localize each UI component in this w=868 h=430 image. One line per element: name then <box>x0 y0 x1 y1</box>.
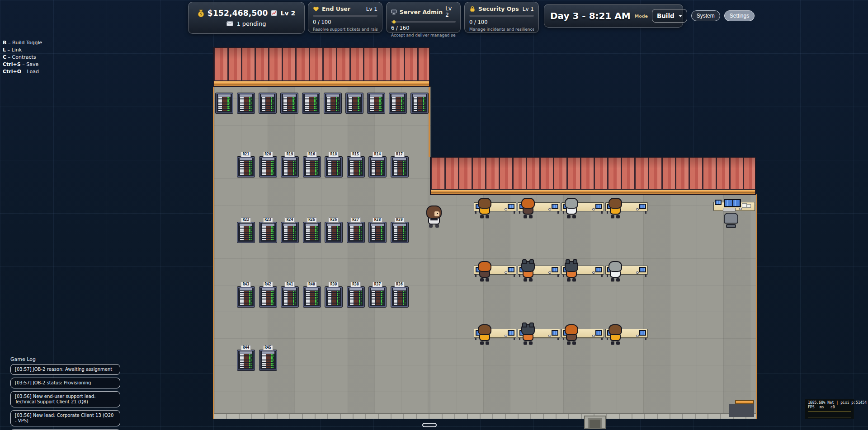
rack-label: R39 <box>329 282 339 287</box>
monitor-icon <box>595 204 602 209</box>
shortcut-key: Ctrl+S <box>3 61 21 67</box>
monitor-icon <box>715 200 722 205</box>
doorway-mat <box>735 400 754 404</box>
server-rack[interactable] <box>259 93 276 113</box>
building-floor-right[interactable] <box>430 194 757 419</box>
server-rack[interactable] <box>411 93 428 113</box>
building-roof-left <box>213 47 430 87</box>
server-rack[interactable]: R14 <box>369 157 386 177</box>
server-rack[interactable]: R29 <box>391 222 408 243</box>
worker[interactable] <box>564 324 579 346</box>
server-rack[interactable] <box>302 93 320 113</box>
server-rack[interactable]: R16 <box>303 157 321 177</box>
worker[interactable] <box>520 198 536 220</box>
settings-button[interactable]: Settings <box>724 10 755 21</box>
server-rack[interactable]: R45 <box>259 350 277 370</box>
desk-leg <box>557 274 559 277</box>
server-rack[interactable]: R42 <box>259 287 277 307</box>
server-rack[interactable]: R25 <box>303 222 321 243</box>
mode-value: Build <box>657 12 675 19</box>
chevron-down-icon <box>679 15 682 17</box>
system-button[interactable]: System <box>691 10 720 21</box>
server-rack[interactable]: R15 <box>347 157 364 177</box>
scroll-handle[interactable] <box>422 423 437 427</box>
dual-monitor-icon <box>724 199 741 207</box>
server-rack[interactable]: R27 <box>347 222 364 243</box>
mouse-icon <box>592 271 595 274</box>
worker[interactable] <box>608 261 623 283</box>
server-rack[interactable]: R43 <box>237 287 255 307</box>
shortcut-key: Ctrl+O <box>3 69 21 75</box>
worker[interactable] <box>608 324 623 346</box>
workstation-desk[interactable] <box>713 202 755 211</box>
server-rack[interactable]: R19 <box>281 157 298 177</box>
worker-head <box>565 198 578 209</box>
player-eye <box>437 213 438 214</box>
career-panel-security-ops[interactable]: Security Ops Lv 1 0 / 100 Manage inciden… <box>464 2 539 33</box>
career-panel-end-user[interactable]: End User Lv 1 0 / 100 Resolve support ti… <box>308 2 382 33</box>
server-rack[interactable] <box>346 93 363 113</box>
server-rack[interactable] <box>216 93 233 113</box>
career-panel-server-admin[interactable]: Server Admin Lv 2 6 / 160 Accept and del… <box>386 2 461 33</box>
server-rack[interactable]: R20 <box>259 157 277 177</box>
desk-leg <box>601 274 603 277</box>
desk-leg <box>601 337 603 340</box>
server-rack[interactable]: R39 <box>325 287 342 307</box>
server-rack[interactable] <box>389 93 406 113</box>
desk-leg <box>645 274 646 277</box>
career-progress-bar <box>313 15 377 17</box>
worker[interactable] <box>477 198 492 220</box>
rack-label: R23 <box>263 217 273 223</box>
pending-mail[interactable]: 1 pending <box>226 20 266 27</box>
mode-dropdown[interactable]: Build <box>652 9 687 23</box>
career-level: Lv 1 <box>523 6 534 12</box>
server-rack[interactable]: R18 <box>325 157 342 177</box>
mouse-icon <box>636 335 639 337</box>
server-rack[interactable]: R17 <box>391 157 408 177</box>
server-rack[interactable] <box>368 93 385 113</box>
server-rack[interactable]: R22 <box>237 222 255 243</box>
career-progress-bar <box>391 21 456 23</box>
player-character[interactable] <box>426 206 442 229</box>
desk-leg <box>475 211 476 214</box>
worker[interactable] <box>608 198 623 220</box>
worker[interactable] <box>520 324 536 346</box>
worker-foot <box>567 278 571 281</box>
log-entry: [03:57] JOB-2 reason: Awaiting assignmen… <box>10 364 120 375</box>
server-rack[interactable]: R23 <box>259 222 277 243</box>
rack-label: R42 <box>263 282 273 287</box>
server-rack[interactable]: R24 <box>281 222 298 243</box>
rack-label: R38 <box>350 282 360 287</box>
worker[interactable] <box>520 261 536 283</box>
server-rack[interactable]: R21 <box>237 157 255 177</box>
server-rack[interactable]: R38 <box>347 287 364 307</box>
player-foot <box>429 224 433 228</box>
rack-label: R45 <box>263 345 273 351</box>
worker[interactable] <box>477 324 492 346</box>
server-rack[interactable]: R36 <box>391 287 408 307</box>
server-rack[interactable]: R26 <box>325 222 342 243</box>
server-rack[interactable]: R40 <box>303 287 321 307</box>
worker-foot <box>567 341 571 345</box>
monitor-icon <box>639 267 646 272</box>
worker[interactable] <box>564 261 579 283</box>
career-progress-text: 0 / 100 <box>313 19 377 25</box>
worker-foot <box>567 215 571 218</box>
office-chair[interactable] <box>722 213 741 228</box>
server-rack[interactable] <box>281 93 298 113</box>
server-rack[interactable]: R28 <box>369 222 386 243</box>
worker-head <box>478 198 491 209</box>
server-rack[interactable]: R41 <box>281 287 298 307</box>
server-rack[interactable]: R37 <box>369 287 386 307</box>
rack-label: R16 <box>307 152 316 157</box>
mouse-icon <box>592 208 595 210</box>
server-rack[interactable] <box>237 93 255 113</box>
server-rack[interactable] <box>324 93 341 113</box>
worker-foot <box>529 215 533 218</box>
server-rack[interactable]: R44 <box>237 350 255 370</box>
worker[interactable] <box>564 198 579 220</box>
debug-divider <box>808 417 851 417</box>
game-world[interactable]: R21R20R19R16R18R15R14R17R22R23R24R25R26R… <box>0 0 868 430</box>
worker[interactable] <box>477 261 492 283</box>
mouse-icon <box>505 271 507 274</box>
